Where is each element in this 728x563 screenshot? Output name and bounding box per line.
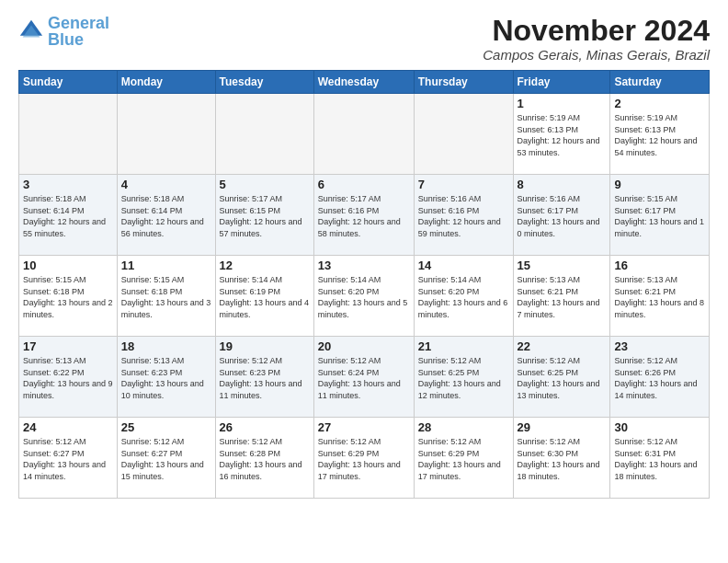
day-info: Sunrise: 5:15 AMSunset: 6:17 PMDaylight:… bbox=[614, 193, 705, 239]
logo-icon bbox=[18, 18, 44, 44]
day-number: 18 bbox=[121, 339, 211, 353]
calendar-cell bbox=[414, 94, 513, 175]
day-info: Sunrise: 5:14 AMSunset: 6:19 PMDaylight:… bbox=[220, 274, 310, 320]
calendar-cell: 8Sunrise: 5:16 AMSunset: 6:17 PMDaylight… bbox=[513, 175, 610, 256]
day-number: 19 bbox=[220, 339, 310, 353]
calendar-week-row: 17Sunrise: 5:13 AMSunset: 6:22 PMDayligh… bbox=[19, 337, 710, 418]
calendar-week-row: 3Sunrise: 5:18 AMSunset: 6:14 PMDaylight… bbox=[19, 175, 710, 256]
weekday-header: Sunday bbox=[19, 71, 118, 94]
calendar-cell: 20Sunrise: 5:12 AMSunset: 6:24 PMDayligh… bbox=[313, 337, 414, 418]
day-number: 16 bbox=[614, 259, 705, 272]
day-number: 11 bbox=[121, 259, 211, 272]
calendar-cell: 22Sunrise: 5:12 AMSunset: 6:25 PMDayligh… bbox=[513, 337, 610, 418]
day-number: 5 bbox=[220, 178, 310, 191]
day-number: 26 bbox=[220, 420, 310, 434]
day-info: Sunrise: 5:13 AMSunset: 6:21 PMDaylight:… bbox=[518, 274, 607, 320]
day-number: 10 bbox=[23, 259, 113, 272]
calendar-cell: 9Sunrise: 5:15 AMSunset: 6:17 PMDaylight… bbox=[610, 175, 710, 256]
calendar-cell: 19Sunrise: 5:12 AMSunset: 6:23 PMDayligh… bbox=[215, 337, 313, 418]
calendar-cell: 4Sunrise: 5:18 AMSunset: 6:14 PMDaylight… bbox=[117, 175, 215, 256]
day-info: Sunrise: 5:12 AMSunset: 6:23 PMDaylight:… bbox=[220, 355, 310, 401]
calendar-cell: 1Sunrise: 5:19 AMSunset: 6:13 PMDaylight… bbox=[513, 94, 610, 175]
day-info: Sunrise: 5:12 AMSunset: 6:28 PMDaylight:… bbox=[220, 436, 310, 482]
day-number: 6 bbox=[318, 178, 410, 191]
day-info: Sunrise: 5:12 AMSunset: 6:30 PMDaylight:… bbox=[518, 436, 607, 482]
calendar-cell bbox=[117, 94, 215, 175]
calendar-cell bbox=[19, 94, 118, 175]
calendar-cell: 12Sunrise: 5:14 AMSunset: 6:19 PMDayligh… bbox=[215, 256, 313, 337]
calendar-cell: 2Sunrise: 5:19 AMSunset: 6:13 PMDaylight… bbox=[610, 94, 710, 175]
weekday-header: Saturday bbox=[610, 71, 710, 94]
day-number: 21 bbox=[418, 339, 509, 353]
day-info: Sunrise: 5:16 AMSunset: 6:17 PMDaylight:… bbox=[518, 193, 607, 239]
calendar-cell: 28Sunrise: 5:12 AMSunset: 6:29 PMDayligh… bbox=[414, 418, 513, 499]
day-info: Sunrise: 5:12 AMSunset: 6:26 PMDaylight:… bbox=[614, 355, 705, 401]
calendar-cell: 25Sunrise: 5:12 AMSunset: 6:27 PMDayligh… bbox=[117, 418, 215, 499]
calendar-week-row: 1Sunrise: 5:19 AMSunset: 6:13 PMDaylight… bbox=[19, 94, 710, 175]
calendar-week-row: 10Sunrise: 5:15 AMSunset: 6:18 PMDayligh… bbox=[19, 256, 710, 337]
day-number: 22 bbox=[518, 339, 607, 353]
calendar-cell: 30Sunrise: 5:12 AMSunset: 6:31 PMDayligh… bbox=[610, 418, 710, 499]
calendar-cell: 27Sunrise: 5:12 AMSunset: 6:29 PMDayligh… bbox=[313, 418, 414, 499]
day-number: 3 bbox=[23, 178, 113, 191]
day-number: 8 bbox=[518, 178, 607, 191]
title-block: November 2024 Campos Gerais, Minas Gerai… bbox=[483, 15, 710, 63]
weekday-header: Wednesday bbox=[313, 71, 414, 94]
calendar-cell: 23Sunrise: 5:12 AMSunset: 6:26 PMDayligh… bbox=[610, 337, 710, 418]
day-number: 2 bbox=[614, 97, 705, 110]
day-number: 7 bbox=[418, 178, 509, 191]
logo: General Blue bbox=[18, 15, 109, 48]
logo-text: General Blue bbox=[48, 15, 109, 48]
day-info: Sunrise: 5:12 AMSunset: 6:31 PMDaylight:… bbox=[614, 436, 705, 482]
day-info: Sunrise: 5:12 AMSunset: 6:29 PMDaylight:… bbox=[318, 436, 410, 482]
calendar-cell: 29Sunrise: 5:12 AMSunset: 6:30 PMDayligh… bbox=[513, 418, 610, 499]
day-info: Sunrise: 5:12 AMSunset: 6:27 PMDaylight:… bbox=[121, 436, 211, 482]
day-info: Sunrise: 5:14 AMSunset: 6:20 PMDaylight:… bbox=[418, 274, 509, 320]
day-number: 25 bbox=[121, 420, 211, 434]
day-number: 4 bbox=[121, 178, 211, 191]
day-number: 30 bbox=[614, 420, 705, 434]
page: General Blue November 2024 Campos Gerais… bbox=[0, 0, 728, 508]
day-number: 27 bbox=[318, 420, 410, 434]
month-title: November 2024 bbox=[483, 15, 710, 47]
calendar-week-row: 24Sunrise: 5:12 AMSunset: 6:27 PMDayligh… bbox=[19, 418, 710, 499]
calendar-cell: 10Sunrise: 5:15 AMSunset: 6:18 PMDayligh… bbox=[19, 256, 118, 337]
day-info: Sunrise: 5:15 AMSunset: 6:18 PMDaylight:… bbox=[23, 274, 113, 320]
calendar-cell: 21Sunrise: 5:12 AMSunset: 6:25 PMDayligh… bbox=[414, 337, 513, 418]
day-info: Sunrise: 5:13 AMSunset: 6:22 PMDaylight:… bbox=[23, 355, 113, 401]
day-number: 13 bbox=[318, 259, 410, 272]
calendar-cell: 14Sunrise: 5:14 AMSunset: 6:20 PMDayligh… bbox=[414, 256, 513, 337]
weekday-header: Monday bbox=[117, 71, 215, 94]
weekday-header-row: SundayMondayTuesdayWednesdayThursdayFrid… bbox=[19, 71, 710, 94]
calendar-cell: 24Sunrise: 5:12 AMSunset: 6:27 PMDayligh… bbox=[19, 418, 118, 499]
calendar-cell: 17Sunrise: 5:13 AMSunset: 6:22 PMDayligh… bbox=[19, 337, 118, 418]
weekday-header: Thursday bbox=[414, 71, 513, 94]
weekday-header: Friday bbox=[513, 71, 610, 94]
day-info: Sunrise: 5:13 AMSunset: 6:23 PMDaylight:… bbox=[121, 355, 211, 401]
day-info: Sunrise: 5:12 AMSunset: 6:29 PMDaylight:… bbox=[418, 436, 509, 482]
calendar-cell: 13Sunrise: 5:14 AMSunset: 6:20 PMDayligh… bbox=[313, 256, 414, 337]
calendar-cell: 3Sunrise: 5:18 AMSunset: 6:14 PMDaylight… bbox=[19, 175, 118, 256]
day-number: 9 bbox=[614, 178, 705, 191]
calendar-cell bbox=[313, 94, 414, 175]
calendar-cell: 6Sunrise: 5:17 AMSunset: 6:16 PMDaylight… bbox=[313, 175, 414, 256]
day-info: Sunrise: 5:18 AMSunset: 6:14 PMDaylight:… bbox=[23, 193, 113, 239]
day-number: 17 bbox=[23, 339, 113, 353]
day-number: 24 bbox=[23, 420, 113, 434]
day-info: Sunrise: 5:14 AMSunset: 6:20 PMDaylight:… bbox=[318, 274, 410, 320]
day-info: Sunrise: 5:15 AMSunset: 6:18 PMDaylight:… bbox=[121, 274, 211, 320]
day-info: Sunrise: 5:12 AMSunset: 6:25 PMDaylight:… bbox=[418, 355, 509, 401]
day-info: Sunrise: 5:19 AMSunset: 6:13 PMDaylight:… bbox=[518, 112, 607, 158]
calendar: SundayMondayTuesdayWednesdayThursdayFrid… bbox=[18, 70, 710, 499]
day-number: 28 bbox=[418, 420, 509, 434]
calendar-cell bbox=[215, 94, 313, 175]
location: Campos Gerais, Minas Gerais, Brazil bbox=[483, 47, 710, 63]
calendar-cell: 16Sunrise: 5:13 AMSunset: 6:21 PMDayligh… bbox=[610, 256, 710, 337]
day-number: 29 bbox=[518, 420, 607, 434]
calendar-cell: 5Sunrise: 5:17 AMSunset: 6:15 PMDaylight… bbox=[215, 175, 313, 256]
day-info: Sunrise: 5:13 AMSunset: 6:21 PMDaylight:… bbox=[614, 274, 705, 320]
calendar-cell: 7Sunrise: 5:16 AMSunset: 6:16 PMDaylight… bbox=[414, 175, 513, 256]
weekday-header: Tuesday bbox=[215, 71, 313, 94]
day-info: Sunrise: 5:12 AMSunset: 6:27 PMDaylight:… bbox=[23, 436, 113, 482]
calendar-cell: 11Sunrise: 5:15 AMSunset: 6:18 PMDayligh… bbox=[117, 256, 215, 337]
